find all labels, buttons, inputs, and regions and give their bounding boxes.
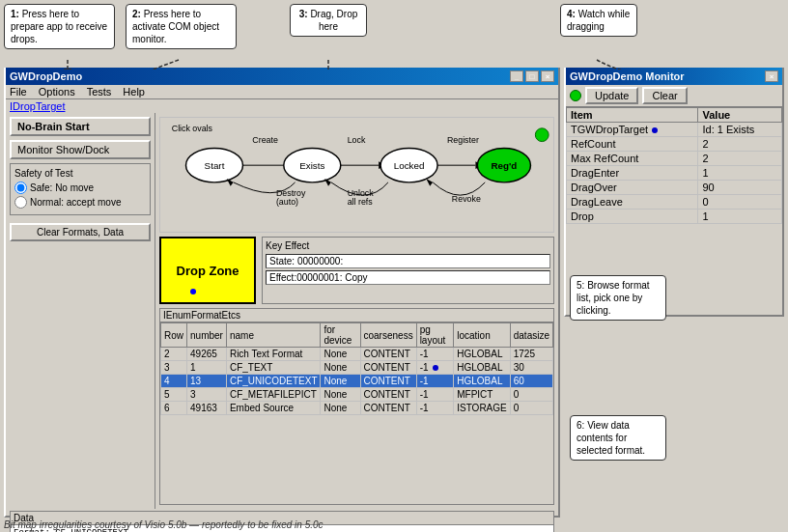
main-window: GWDropDemo _ □ × File Options Tests Help… <box>4 66 560 518</box>
svg-marker-26 <box>426 179 433 186</box>
drop-zone[interactable]: Drop Zone <box>159 237 256 304</box>
col-tymed: location <box>454 323 511 348</box>
table-cell: 13 <box>187 375 227 388</box>
table-cell: 60 <box>510 375 552 388</box>
monitor-row[interactable]: Drop1 <box>567 210 782 224</box>
update-button[interactable]: Update <box>585 87 638 104</box>
state-display: State: 00000000: <box>266 254 550 268</box>
menu-bar: File Options Tests Help <box>6 85 558 99</box>
radio-normal-input[interactable] <box>14 196 27 209</box>
monitor-value-cell: 90 <box>698 181 782 195</box>
table-cell: -1 <box>416 361 454 375</box>
callout-4: 4: Watch while dragging <box>560 4 637 37</box>
table-cell: 1 <box>187 361 227 375</box>
state-diagram-svg: Click ovals Create Lock Register <box>160 118 553 232</box>
col-row: Row <box>161 323 187 348</box>
table-cell: -1 <box>416 348 454 361</box>
table-row[interactable]: 53CF_METAFILEPICTNoneCONTENT-1MFPICT0 <box>161 388 553 402</box>
monitor-close-button[interactable]: × <box>765 70 778 82</box>
table-cell: None <box>321 361 360 375</box>
clear-button[interactable]: Clear <box>642 87 687 104</box>
monitor-title: GWDropDemo Monitor <box>570 70 685 82</box>
win-controls: _ □ × <box>510 70 554 82</box>
clear-formats-button[interactable]: Clear Formats, Data <box>10 223 151 241</box>
table-cell: -1 <box>416 375 454 388</box>
monitor-item-cell: RefCount <box>567 137 698 152</box>
table-cell: CF_UNICODETEXT <box>226 375 321 388</box>
minimize-button[interactable]: _ <box>510 70 523 82</box>
menu-tests[interactable]: Tests <box>87 86 112 98</box>
table-cell: None <box>321 388 360 402</box>
monitor-row[interactable]: RefCount2 <box>567 137 782 152</box>
table-cell: CONTENT <box>360 348 416 361</box>
table-cell: -1 <box>416 402 454 415</box>
monitor-item-cell: DragLeave <box>567 195 698 210</box>
monitor-item-cell: Max RefCount <box>567 152 698 166</box>
row-dot <box>433 365 438 371</box>
monitor-row[interactable]: TGWDropTargetId: 1 Exists <box>567 123 782 137</box>
table-cell: CONTENT <box>360 361 416 375</box>
table-cell: 49163 <box>187 402 227 415</box>
table-cell: CONTENT <box>360 388 416 402</box>
monitor-col-value: Value <box>698 108 782 123</box>
monitor-row[interactable]: DragOver90 <box>567 181 782 195</box>
key-effect-box: Key Effect State: 00000000: Effect:00000… <box>262 237 554 304</box>
monitor-col-item: Item <box>567 108 698 123</box>
callout-5: 5: Browse format list, pick one by click… <box>570 275 666 321</box>
callout-area: 1: Press here to prepare app to receive … <box>0 0 788 68</box>
left-panel: No-Brain Start Monitor Show/Dock Safety … <box>6 113 155 509</box>
table-cell: CF_METAFILEPICT <box>226 388 321 402</box>
col-number: number <box>187 323 227 348</box>
col-dwaspect: coarseness <box>360 323 416 348</box>
table-row[interactable]: 649163Embed SourceNoneCONTENT-1ISTORAGE0 <box>161 402 553 415</box>
right-panel: Click ovals Create Lock Register <box>155 113 558 509</box>
table-cell: HGLOBAL <box>454 361 511 375</box>
monitor-value-cell: 1 <box>698 210 782 224</box>
table-cell: 49265 <box>187 348 227 361</box>
menu-file[interactable]: File <box>10 86 27 98</box>
table-cell[interactable]: 4 <box>161 375 187 388</box>
table-cell[interactable]: 3 <box>161 361 187 375</box>
table-cell[interactable]: 6 <box>161 402 187 415</box>
monitor-show-dock-button[interactable]: Monitor Show/Dock <box>10 140 151 159</box>
callout-2: 2: Press here to activate COM object mon… <box>126 4 237 49</box>
update-indicator <box>570 90 581 101</box>
monitor-row[interactable]: Max RefCount2 <box>567 152 782 166</box>
table-row[interactable]: 249265Rich Text FormatNoneCONTENT-1HGLOB… <box>161 348 553 361</box>
svg-text:(auto): (auto) <box>276 197 298 207</box>
monitor-row[interactable]: DragEnter1 <box>567 166 782 181</box>
svg-text:all refs: all refs <box>348 197 374 207</box>
table-cell[interactable]: 5 <box>161 388 187 402</box>
table-row[interactable]: 413CF_UNICODETEXTNoneCONTENT-1HGLOBAL60 <box>161 375 553 388</box>
table-row[interactable]: 31CF_TEXTNoneCONTENT-1HGLOBAL30 <box>161 361 553 375</box>
menu-help[interactable]: Help <box>123 86 145 98</box>
svg-text:Create: Create <box>252 135 278 145</box>
arrows-svg <box>0 0 788 70</box>
monitor-row[interactable]: DragLeave0 <box>567 195 782 210</box>
safety-group: Safety of Test Safe: No move Normal: acc… <box>10 163 151 215</box>
menu-options[interactable]: Options <box>39 86 75 98</box>
main-content: No-Brain Start Monitor Show/Dock Safety … <box>6 113 558 509</box>
drop-dot <box>190 289 196 294</box>
monitor-item-cell: DragEnter <box>567 166 698 181</box>
table-cell: 1725 <box>510 348 552 361</box>
svg-point-18 <box>535 128 549 142</box>
table-cell: Embed Source <box>226 402 321 415</box>
svg-text:Lock: Lock <box>348 135 366 145</box>
table-cell: HGLOBAL <box>454 375 511 388</box>
monitor-item-cell: DragOver <box>567 181 698 195</box>
idrop-target-link[interactable]: IDropTarget <box>6 99 558 113</box>
table-cell: Rich Text Format <box>226 348 321 361</box>
monitor-dot <box>652 127 658 133</box>
close-button[interactable]: × <box>541 70 554 82</box>
main-titlebar: GWDropDemo _ □ × <box>6 68 558 85</box>
radio-safe-input[interactable] <box>14 182 27 194</box>
monitor-value-cell: 0 <box>698 195 782 210</box>
maximize-button[interactable]: □ <box>525 70 539 82</box>
callout-3: 3: Drag, Drop here <box>290 4 367 37</box>
table-cell: None <box>321 348 360 361</box>
table-cell[interactable]: 2 <box>161 348 187 361</box>
no-brain-start-button[interactable]: No-Brain Start <box>10 117 151 136</box>
callout-1: 1: Press here to prepare app to receive … <box>4 4 115 49</box>
ienum-table: Row number name for device coarseness pg… <box>160 322 553 415</box>
